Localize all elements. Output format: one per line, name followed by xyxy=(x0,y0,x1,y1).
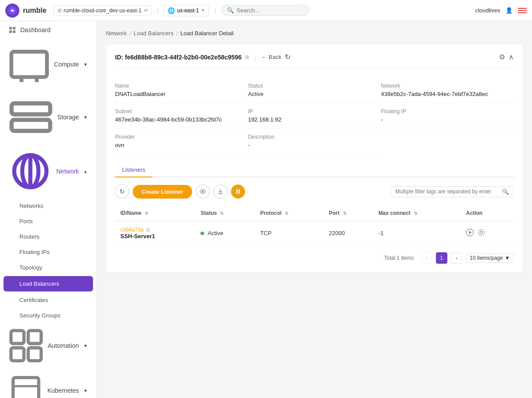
sidebar-item-storage[interactable]: Storage ▼ xyxy=(0,90,97,144)
refresh-button[interactable]: ↻ xyxy=(285,53,290,61)
row-copy-icon[interactable]: ⧉ xyxy=(146,227,150,233)
pause-button[interactable] xyxy=(231,184,245,199)
status-value: Active xyxy=(248,91,381,97)
svg-point-31 xyxy=(480,231,483,234)
kubernetes-label: Kubernetes xyxy=(47,387,79,394)
separator2: | xyxy=(214,7,216,14)
sort-port-icon[interactable]: ⇅ xyxy=(343,211,346,216)
svg-rect-17 xyxy=(13,378,39,398)
prev-page-button[interactable]: ‹ xyxy=(421,252,432,264)
subnet-label: Subnet xyxy=(115,108,248,114)
filter-input-container[interactable]: 🔍 xyxy=(391,186,514,197)
status-badge: Active xyxy=(248,91,264,97)
filter-input[interactable] xyxy=(395,188,499,195)
sort-status-icon[interactable]: ⇅ xyxy=(220,211,223,216)
sidebar-item-certificates[interactable]: Certificates xyxy=(0,292,97,308)
sidebar-network-sub: Networks Ports Routers Floating IPs Topo… xyxy=(0,198,97,323)
breadcrumb-load-balancers[interactable]: Load Balancers xyxy=(134,30,173,37)
per-page-selector[interactable]: 10 items/page ▼ xyxy=(466,253,514,263)
download-button[interactable] xyxy=(213,184,227,199)
col-action-label: Action xyxy=(466,210,482,216)
hamburger-menu[interactable] xyxy=(518,8,527,13)
col-id-name: ID/Name ⇅ xyxy=(115,206,195,221)
play-icon xyxy=(466,228,474,236)
sidebar-item-ports[interactable]: Ports xyxy=(0,214,97,229)
ip-value: 192.168.1.92 xyxy=(248,116,381,123)
network-icon xyxy=(9,150,52,193)
compute-chevron: ▼ xyxy=(83,62,88,67)
eye-button[interactable] xyxy=(196,184,210,199)
collapse-icon[interactable]: ∧ xyxy=(509,53,514,61)
sidebar-item-floating-ips[interactable]: Floating IPs xyxy=(0,244,97,260)
dashboard-label: Dashboard xyxy=(20,26,51,33)
settings-icon[interactable]: ⚙ xyxy=(499,53,505,61)
detail-card: ID: fe6d88b8-89c3-44f2-b2b0-00e2e58c9596… xyxy=(106,44,523,273)
per-page-chevron: ▼ xyxy=(505,255,510,261)
svg-rect-3 xyxy=(9,30,12,33)
automation-icon xyxy=(9,328,43,363)
layout: Dashboard Compute ▼ Storage ▼ Network ▲ xyxy=(0,21,532,398)
sort-id-name-icon[interactable]: ⇅ xyxy=(145,211,148,216)
sidebar-group-compute: Compute ▼ xyxy=(0,39,97,90)
next-page-button[interactable]: › xyxy=(451,252,462,264)
refresh-small-button[interactable]: ↻ xyxy=(115,184,129,199)
network-chevron: ▲ xyxy=(83,169,88,174)
tabs: Listeners xyxy=(115,163,514,177)
sort-protocol-icon[interactable]: ⇅ xyxy=(285,211,288,216)
topbar-user: cloudlives xyxy=(475,7,500,14)
col-protocol: Protocol ⇅ xyxy=(255,206,324,221)
col-status-label: Status xyxy=(201,210,217,216)
project-selector[interactable]: ⊞ rumble-cloud-core_dev-us-east-1 ⇄ xyxy=(53,5,152,16)
sidebar-item-kubernetes[interactable]: Kubernetes ▼ xyxy=(0,368,97,398)
region-selector[interactable]: 🌐 us-east-1 ▼ xyxy=(164,5,209,16)
svg-rect-16 xyxy=(28,348,41,361)
field-description: Description - xyxy=(248,129,381,154)
search-bar[interactable]: 🔍 xyxy=(221,5,309,16)
download-icon xyxy=(217,188,223,195)
svg-rect-27 xyxy=(236,189,238,194)
sidebar-item-networks[interactable]: Networks xyxy=(0,198,97,214)
sidebar-item-network[interactable]: Network ▲ xyxy=(0,144,97,198)
sort-max-connect-icon[interactable]: ⇅ xyxy=(414,211,417,216)
tab-listeners[interactable]: Listeners xyxy=(115,163,153,177)
subnet-value: 467ee34b-38ac-4984-bc59-0b133bc2fd7c xyxy=(115,116,248,123)
id-value: fe6d88b8-89c3-44f2-b2b0-00e2e58c9596 xyxy=(125,54,242,61)
search-input[interactable] xyxy=(237,7,304,14)
back-button[interactable]: ← Back xyxy=(261,54,282,60)
topbar: rumble ⊞ rumble-cloud-core_dev-us-east-1… xyxy=(0,0,532,21)
breadcrumb-sep1: / xyxy=(130,30,131,37)
field-ip: IP 192.168.1.92 xyxy=(248,103,381,129)
header-sep: | xyxy=(254,54,256,60)
sidebar-item-load-balancers[interactable]: Load Balancers xyxy=(4,276,93,291)
row-port: 22000 xyxy=(324,221,373,245)
logo: rumble xyxy=(5,4,46,18)
pagination-total: Total 1 items xyxy=(384,255,413,261)
svg-rect-2 xyxy=(13,27,15,29)
create-listener-button[interactable]: Create Listener xyxy=(133,185,192,199)
compute-icon xyxy=(9,44,49,85)
sidebar-item-compute[interactable]: Compute ▼ xyxy=(0,39,97,90)
sidebar-item-topology[interactable]: Topology xyxy=(0,260,97,275)
compute-label: Compute xyxy=(54,61,79,68)
play-action-button[interactable] xyxy=(466,228,474,238)
ip-label: IP xyxy=(248,108,381,114)
breadcrumb-network[interactable]: Network xyxy=(106,30,127,37)
sidebar-item-automation[interactable]: Automation ▼ xyxy=(0,323,97,368)
page-1-button[interactable]: 1 xyxy=(436,252,447,264)
networks-label: Networks xyxy=(19,203,43,209)
svg-rect-1 xyxy=(9,27,12,29)
storage-label: Storage xyxy=(57,114,79,121)
table-container: ID/Name ⇅ Status ⇅ Protocol ⇅ xyxy=(115,206,514,245)
copy-icon[interactable]: ⧉ xyxy=(245,54,249,60)
settings-action-button[interactable] xyxy=(477,228,485,238)
sidebar-item-routers[interactable]: Routers xyxy=(0,229,97,244)
svg-rect-5 xyxy=(11,52,47,77)
sidebar-item-security-groups[interactable]: Security Groups xyxy=(0,308,97,323)
automation-label: Automation xyxy=(48,342,79,349)
filter-search-icon: 🔍 xyxy=(502,188,509,195)
sidebar-item-dashboard[interactable]: Dashboard xyxy=(0,21,97,39)
row-id-link[interactable]: c364a73a xyxy=(120,227,144,233)
detail-header: ID: fe6d88b8-89c3-44f2-b2b0-00e2e58c9596… xyxy=(115,53,514,69)
tab-listeners-label: Listeners xyxy=(122,166,145,173)
svg-rect-28 xyxy=(238,189,240,194)
